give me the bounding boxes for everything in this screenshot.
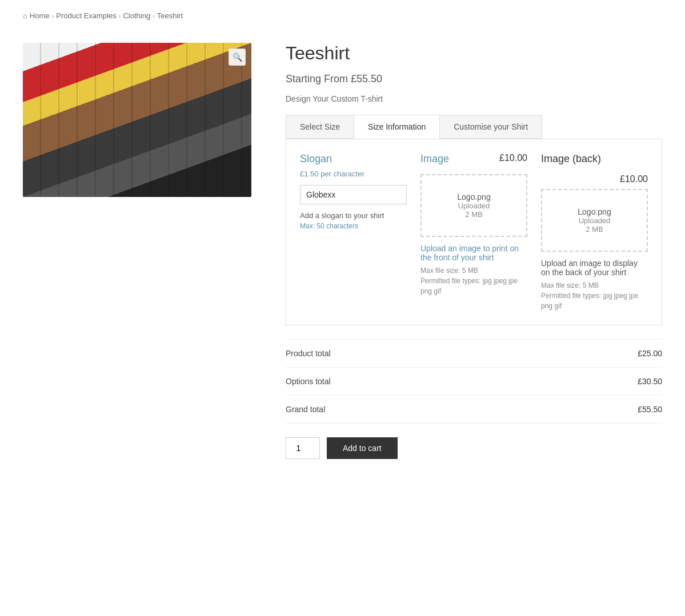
product-starting-price: Starting From £55.50	[286, 73, 662, 85]
image-front-max-size: Max file size: 5 MB	[420, 265, 527, 276]
product-total-value: £25.00	[638, 349, 662, 358]
breadcrumb-home[interactable]: Home	[30, 11, 50, 20]
zoom-button[interactable]: 🔍	[229, 49, 246, 66]
slogan-hint: Add a slogan to your shirt	[300, 211, 407, 220]
grand-total-label: Grand total	[286, 405, 325, 414]
product-layout: 🔍 Teeshirt Starting From £55.50 Design Y…	[23, 43, 662, 459]
image-back-description: Upload an image to display on the back o…	[541, 259, 648, 277]
image-front-upload-status: Uploaded	[458, 202, 490, 210]
image-back-upload-size: 2 MB	[586, 225, 603, 233]
image-front-upload-box[interactable]: Logo.png Uploaded 2 MB	[420, 174, 527, 237]
product-subtitle: Design Your Custom T-shirt	[286, 94, 662, 103]
product-image	[23, 43, 251, 197]
slogan-title: Slogan	[300, 153, 407, 165]
tab-size-information[interactable]: Size Information	[354, 115, 439, 139]
totals-section: Product total £25.00 Options total £30.5…	[286, 339, 662, 424]
breadcrumb-product-examples[interactable]: Product Examples	[56, 11, 117, 20]
breadcrumb-sep-2: ›	[119, 13, 121, 19]
image-back-header: Image (back)	[541, 153, 648, 170]
slogan-price-per: £1.50 per character	[300, 170, 407, 178]
grand-total-row: Grand total £55.50	[286, 396, 662, 424]
breadcrumb-sep-3: ›	[153, 13, 155, 19]
image-front-header: Image £10.00	[420, 153, 527, 170]
page-wrapper: ⌂ Home › Product Examples › Clothing › T…	[0, 0, 685, 482]
image-back-filename: Logo.png	[578, 207, 611, 216]
product-info: Teeshirt Starting From £55.50 Design You…	[286, 43, 662, 459]
tab-panel-customise: Slogan £1.50 per character Add a slogan …	[286, 139, 662, 325]
image-front-section: Image £10.00 Logo.png Uploaded 2 MB Uplo…	[420, 153, 527, 311]
options-total-label: Options total	[286, 377, 331, 386]
image-back-section: Image (back) £10.00 Logo.png Uploaded 2 …	[541, 153, 648, 311]
image-front-price: £10.00	[499, 153, 527, 163]
breadcrumb-clothing[interactable]: Clothing	[123, 11, 150, 20]
tab-customise-shirt[interactable]: Customise your Shirt	[439, 115, 542, 139]
image-back-max-size: Max file size: 5 MB	[541, 280, 648, 291]
product-image-box: 🔍	[23, 43, 251, 197]
image-front-upload-size: 2 MB	[465, 210, 482, 219]
image-front-description: Upload an image to print on the front of…	[420, 244, 527, 262]
tab-select-size[interactable]: Select Size	[286, 115, 354, 139]
options-total-value: £30.50	[638, 377, 662, 386]
breadcrumb: ⌂ Home › Product Examples › Clothing › T…	[23, 11, 662, 20]
product-total-label: Product total	[286, 349, 331, 358]
options-total-row: Options total £30.50	[286, 368, 662, 396]
product-tabs: Select Size Size Information Customise y…	[286, 115, 662, 139]
breadcrumb-current: Teeshirt	[157, 11, 183, 20]
image-back-price: £10.00	[541, 174, 648, 184]
image-back-upload-box[interactable]: Logo.png Uploaded 2 MB	[541, 189, 648, 252]
customise-grid: Slogan £1.50 per character Add a slogan …	[300, 153, 648, 311]
quantity-input[interactable]	[286, 437, 320, 459]
slogan-max: Max: 50 characters	[300, 222, 407, 230]
grand-total-value: £55.50	[638, 405, 662, 414]
image-front-permitted-types: Permitted file types: jpg jpeg jpe png g…	[420, 276, 527, 296]
image-back-title: Image (back)	[541, 153, 601, 165]
slogan-input[interactable]	[300, 185, 407, 204]
add-to-cart-button[interactable]: Add to cart	[327, 437, 398, 459]
image-front-filename: Logo.png	[457, 192, 490, 202]
image-back-permitted-types: Permitted file types: jpg jpeg jpe png g…	[541, 291, 648, 311]
cart-section: Add to cart	[286, 437, 662, 459]
breadcrumb-sep-1: ›	[52, 13, 54, 19]
image-back-upload-status: Uploaded	[579, 216, 611, 225]
image-front-title: Image	[420, 153, 449, 165]
home-icon: ⌂	[23, 11, 27, 20]
slogan-section: Slogan £1.50 per character Add a slogan …	[300, 153, 407, 311]
product-title: Teeshirt	[286, 43, 662, 64]
product-image-section: 🔍	[23, 43, 251, 197]
product-total-row: Product total £25.00	[286, 340, 662, 368]
